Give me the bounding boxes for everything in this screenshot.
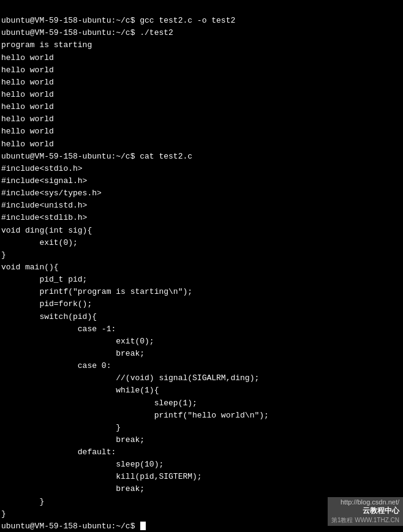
terminal-output: hello world bbox=[1, 138, 402, 151]
terminal-output: void main(){ bbox=[1, 261, 402, 274]
terminal-output: break; bbox=[1, 483, 402, 495]
terminal-output: hello world bbox=[1, 89, 402, 101]
terminal-output: switch(pid){ bbox=[1, 311, 402, 323]
terminal-output: hello world bbox=[1, 52, 402, 64]
terminal-prompt: ubuntu@VM-59-158-ubuntu:~/c$ ./test2 bbox=[1, 27, 402, 39]
terminal-prompt: ubuntu@VM-59-158-ubuntu:~/c$ cat test2.c bbox=[1, 151, 402, 163]
terminal-prompt: ubuntu@VM-59-158-ubuntu:~/c$ gcc test2.c… bbox=[1, 15, 402, 27]
terminal-output: pid_t pid; bbox=[1, 274, 402, 286]
terminal: ubuntu@VM-59-158-ubuntu:~/c$ gcc test2.c… bbox=[0, 0, 403, 532]
terminal-output: break; bbox=[1, 434, 402, 446]
terminal-cursor bbox=[140, 522, 146, 530]
terminal-output: #include<sys/types.h> bbox=[1, 187, 402, 200]
terminal-output: sleep(1); bbox=[1, 397, 402, 410]
terminal-output: exit(0); bbox=[1, 335, 402, 348]
watermark-brand: 云教程中心 bbox=[363, 506, 399, 516]
terminal-output: #include<unistd.h> bbox=[1, 200, 402, 212]
terminal-output: case 0: bbox=[1, 360, 402, 372]
terminal-output: #include<stdlib.h> bbox=[1, 212, 402, 224]
terminal-output: kill(pid,SIGTERM); bbox=[1, 471, 402, 483]
terminal-output: break; bbox=[1, 348, 402, 360]
terminal-output: exit(0); bbox=[1, 237, 402, 249]
watermark-site: http://blog.csdn.net/ bbox=[341, 498, 399, 506]
watermark: http://blog.csdn.net/ 云教程中心 第1教程 WWW.1TH… bbox=[328, 497, 403, 526]
terminal-output: case -1: bbox=[1, 323, 402, 335]
terminal-output: default: bbox=[1, 446, 402, 459]
terminal-output: printf("hello world\n"); bbox=[1, 410, 402, 422]
terminal-output: void ding(int sig){ bbox=[1, 225, 402, 237]
terminal-output: program is starting bbox=[1, 39, 402, 51]
terminal-output: printf("program is starting\n"); bbox=[1, 286, 402, 298]
terminal-output: } bbox=[1, 249, 402, 261]
terminal-output: hello world bbox=[1, 126, 402, 138]
terminal-output: hello world bbox=[1, 101, 402, 113]
terminal-output: sleep(10); bbox=[1, 459, 402, 471]
terminal-output: #include<stdio.h> bbox=[1, 163, 402, 175]
terminal-output: pid=fork(); bbox=[1, 298, 402, 310]
terminal-output: while(1){ bbox=[1, 384, 402, 397]
terminal-output: } bbox=[1, 422, 402, 434]
terminal-output: #include<signal.h> bbox=[1, 175, 402, 187]
watermark-sub: 第1教程 WWW.1THZ.CN bbox=[331, 516, 399, 525]
terminal-output: hello world bbox=[1, 113, 402, 126]
terminal-output: hello world bbox=[1, 64, 402, 77]
terminal-output: //(void) signal(SIGALRM,ding); bbox=[1, 372, 402, 384]
terminal-output: hello world bbox=[1, 77, 402, 89]
